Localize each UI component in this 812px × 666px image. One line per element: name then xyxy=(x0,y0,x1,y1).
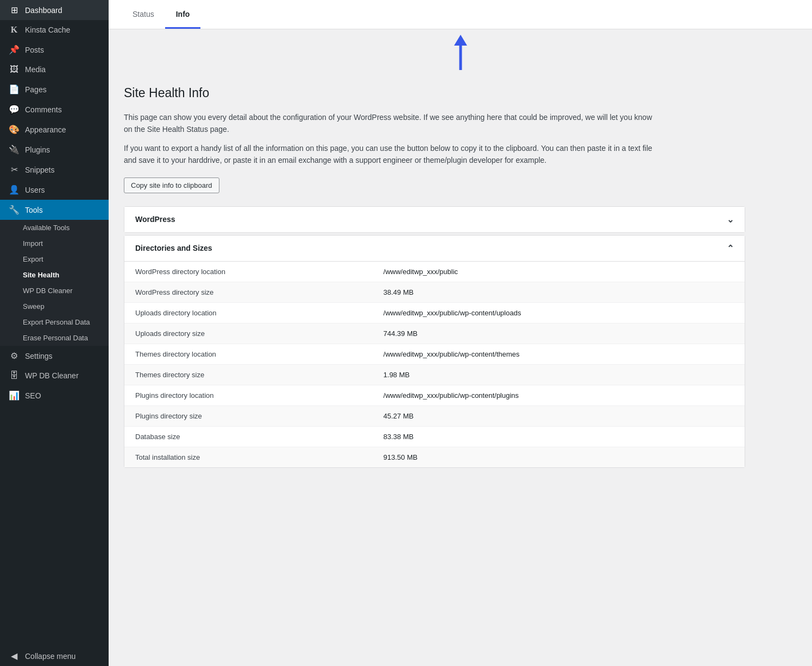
arrow-indicator-container xyxy=(109,29,812,73)
wordpress-accordion: WordPress ⌄ xyxy=(124,206,745,233)
row-key: Plugins directory size xyxy=(124,405,373,426)
submenu-export[interactable]: Export xyxy=(0,251,109,267)
sidebar-item-settings[interactable]: ⚙ Settings xyxy=(0,346,109,366)
sidebar-item-label: Appearance xyxy=(25,125,66,134)
submenu-import[interactable]: Import xyxy=(0,236,109,251)
sidebar-item-comments[interactable]: 💬 Comments xyxy=(0,99,109,119)
submenu-wp-db-cleaner[interactable]: WP DB Cleaner xyxy=(0,283,109,299)
page-title: Site Health Info xyxy=(124,86,745,100)
row-key: Total installation size xyxy=(124,447,373,467)
tabs-bar: Status Info xyxy=(109,0,812,29)
wordpress-accordion-header[interactable]: WordPress ⌄ xyxy=(124,207,745,232)
row-value: /www/editwp_xxx/public/wp-content/themes xyxy=(373,344,745,364)
comments-icon: 💬 xyxy=(9,104,20,115)
table-row: Plugins directory location /www/editwp_x… xyxy=(124,385,745,405)
sidebar-item-label: Collapse menu xyxy=(25,652,75,661)
sidebar-item-appearance[interactable]: 🎨 Appearance xyxy=(0,119,109,139)
sidebar-item-label: Pages xyxy=(25,85,47,94)
sidebar-item-label: Users xyxy=(25,186,45,194)
sidebar-item-posts[interactable]: 📌 Posts xyxy=(0,40,109,60)
appearance-icon: 🎨 xyxy=(9,124,20,135)
chevron-down-icon: ⌄ xyxy=(727,214,734,225)
pages-icon: 📄 xyxy=(9,84,20,94)
sidebar-item-wp-db-cleaner[interactable]: 🗄 WP DB Cleaner xyxy=(0,366,109,385)
description-2: If you want to export a handy list of al… xyxy=(124,142,656,167)
sidebar-item-label: Dashboard xyxy=(25,6,62,15)
dashboard-icon: ⊞ xyxy=(9,5,20,15)
row-key: Themes directory size xyxy=(124,364,373,385)
sidebar: ⊞ Dashboard K Kinsta Cache 📌 Posts 🖼 Med… xyxy=(0,0,109,666)
sidebar-item-kinsta-cache[interactable]: K Kinsta Cache xyxy=(0,20,109,40)
row-value: 744.39 MB xyxy=(373,323,745,344)
tab-status[interactable]: Status xyxy=(122,0,165,29)
row-value: /www/editwp_xxx/public/wp-content/upload… xyxy=(373,302,745,323)
sidebar-item-label: Posts xyxy=(25,46,44,54)
chevron-up-icon: ⌃ xyxy=(727,243,734,253)
row-value: 83.38 MB xyxy=(373,426,745,447)
sidebar-item-media[interactable]: 🖼 Media xyxy=(0,60,109,79)
row-key: Themes directory location xyxy=(124,344,373,364)
table-row: Plugins directory size 45.27 MB xyxy=(124,405,745,426)
row-value: 45.27 MB xyxy=(373,405,745,426)
sidebar-item-label: Tools xyxy=(25,206,43,214)
sidebar-item-label: Comments xyxy=(25,105,62,114)
table-row: Uploads directory location /www/editwp_x… xyxy=(124,302,745,323)
sidebar-item-snippets[interactable]: ✂ Snippets xyxy=(0,160,109,180)
wp-db-cleaner-icon: 🗄 xyxy=(9,371,20,380)
content-area: Site Health Info This page can show you … xyxy=(109,73,760,483)
table-row: Database size 83.38 MB xyxy=(124,426,745,447)
users-icon: 👤 xyxy=(9,185,20,195)
submenu-erase-personal-data[interactable]: Erase Personal Data xyxy=(0,330,109,346)
directories-section-label: Directories and Sizes xyxy=(135,244,212,252)
wordpress-section-label: WordPress xyxy=(135,215,175,224)
row-value: 913.50 MB xyxy=(373,447,745,467)
sidebar-item-label: WP DB Cleaner xyxy=(25,371,79,380)
sidebar-item-plugins[interactable]: 🔌 Plugins xyxy=(0,139,109,160)
submenu-available-tools[interactable]: Available Tools xyxy=(0,220,109,236)
submenu-site-health[interactable]: Site Health ← xyxy=(0,267,109,283)
submenu-export-personal-data[interactable]: Export Personal Data xyxy=(0,314,109,330)
sidebar-item-label: SEO xyxy=(25,391,41,400)
sidebar-item-seo[interactable]: 📊 SEO xyxy=(0,385,109,405)
row-value: /www/editwp_xxx/public/wp-content/plugin… xyxy=(373,385,745,405)
directories-accordion-header[interactable]: Directories and Sizes ⌃ xyxy=(124,236,745,262)
sidebar-item-users[interactable]: 👤 Users xyxy=(0,180,109,200)
posts-icon: 📌 xyxy=(9,45,20,55)
sidebar-item-label: Plugins xyxy=(25,145,50,154)
settings-icon: ⚙ xyxy=(9,351,20,361)
main-content: Status Info Site Health Info This page c… xyxy=(109,0,812,666)
sidebar-item-label: Media xyxy=(25,65,46,74)
kinsta-icon: K xyxy=(9,25,20,35)
table-row: WordPress directory size 38.49 MB xyxy=(124,282,745,302)
row-key: WordPress directory size xyxy=(124,282,373,302)
site-health-label: Site Health xyxy=(23,271,59,279)
submenu-sweep[interactable]: Sweep xyxy=(0,299,109,314)
sidebar-item-dashboard[interactable]: ⊞ Dashboard xyxy=(0,0,109,20)
table-row: Total installation size 913.50 MB xyxy=(124,447,745,467)
plugins-icon: 🔌 xyxy=(9,144,20,155)
directories-table: WordPress directory location /www/editwp… xyxy=(124,262,745,467)
table-row: Themes directory location /www/editwp_xx… xyxy=(124,344,745,364)
table-row: WordPress directory location /www/editwp… xyxy=(124,262,745,282)
media-icon: 🖼 xyxy=(9,65,20,74)
sidebar-item-tools[interactable]: 🔧 Tools xyxy=(0,200,109,220)
table-row: Uploads directory size 744.39 MB xyxy=(124,323,745,344)
row-value: 1.98 MB xyxy=(373,364,745,385)
seo-icon: 📊 xyxy=(9,390,20,401)
directories-accordion-content: WordPress directory location /www/editwp… xyxy=(124,262,745,467)
sidebar-item-pages[interactable]: 📄 Pages xyxy=(0,79,109,99)
description-1: This page can show you every detail abou… xyxy=(124,111,656,136)
sidebar-item-label: Kinsta Cache xyxy=(25,26,70,34)
sidebar-item-label: Snippets xyxy=(25,166,54,174)
copy-site-info-button[interactable]: Copy site info to clipboard xyxy=(124,177,219,193)
row-key: Database size xyxy=(124,426,373,447)
tab-info[interactable]: Info xyxy=(165,0,201,29)
row-key: Uploads directory location xyxy=(124,302,373,323)
tools-submenu: Available Tools Import Export Site Healt… xyxy=(0,220,109,346)
tools-icon: 🔧 xyxy=(9,205,20,215)
table-row: Themes directory size 1.98 MB xyxy=(124,364,745,385)
row-value: 38.49 MB xyxy=(373,282,745,302)
sidebar-item-collapse[interactable]: ◀ Collapse menu xyxy=(0,646,109,666)
collapse-icon: ◀ xyxy=(9,651,20,661)
svg-marker-1 xyxy=(454,35,467,46)
